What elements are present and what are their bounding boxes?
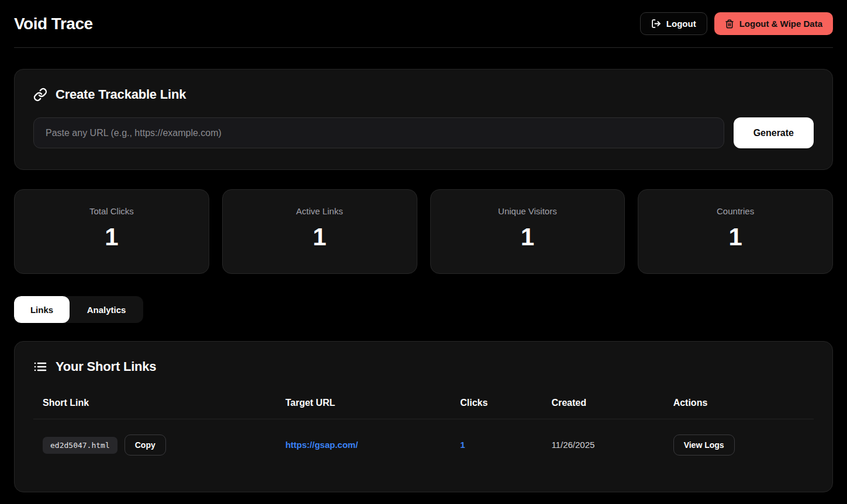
stat-card-unique-visitors: Unique Visitors 1 [430, 189, 625, 274]
table-header-row: Short Link Target URL Clicks Created Act… [33, 390, 814, 419]
app-title: Void Trace [14, 15, 93, 33]
trash-icon [725, 19, 734, 29]
stat-label: Countries [638, 206, 832, 216]
link-icon [33, 88, 47, 102]
short-links-header: Your Short Links [33, 359, 814, 374]
stat-card-total-clicks: Total Clicks 1 [14, 189, 209, 274]
stat-label: Total Clicks [15, 206, 209, 216]
create-link-form: Generate [33, 117, 814, 148]
tab-analytics[interactable]: Analytics [70, 296, 143, 323]
logout-button[interactable]: Logout [640, 12, 707, 35]
column-header-target-url: Target URL [276, 390, 451, 419]
column-header-actions: Actions [664, 390, 814, 419]
table-row: ed2d5047.html Copy https://gsap.com/ 1 1… [33, 419, 814, 471]
stat-value: 1 [223, 223, 417, 251]
short-link-code: ed2d5047.html [43, 437, 117, 454]
created-date: 11/26/2025 [551, 440, 594, 450]
stat-value: 1 [638, 223, 832, 251]
tab-links[interactable]: Links [14, 296, 70, 323]
generate-button-label: Generate [753, 128, 794, 138]
tab-bar: Links Analytics [14, 296, 143, 323]
stat-value: 1 [15, 223, 209, 251]
url-input[interactable] [33, 117, 724, 148]
app-header: Void Trace Logout Logout & Wipe Data [14, 0, 833, 48]
stat-value: 1 [431, 223, 625, 251]
create-link-header: Create Trackable Link [33, 87, 814, 102]
column-header-short-link: Short Link [33, 390, 276, 419]
header-actions: Logout Logout & Wipe Data [640, 12, 833, 35]
stat-label: Active Links [223, 206, 417, 216]
clicks-count: 1 [460, 440, 465, 450]
logout-icon [651, 19, 661, 29]
page-container: Void Trace Logout Logout & Wipe Data Cre… [0, 0, 847, 492]
create-link-title: Create Trackable Link [56, 87, 186, 102]
short-links-table: Short Link Target URL Clicks Created Act… [33, 390, 814, 471]
stat-card-countries: Countries 1 [638, 189, 833, 274]
logout-wipe-button[interactable]: Logout & Wipe Data [714, 12, 833, 35]
logout-wipe-button-label: Logout & Wipe Data [739, 19, 822, 29]
list-icon [33, 360, 47, 374]
stat-card-active-links: Active Links 1 [222, 189, 417, 274]
copy-button[interactable]: Copy [125, 435, 166, 456]
logout-button-label: Logout [666, 19, 696, 29]
generate-button[interactable]: Generate [734, 117, 814, 148]
stats-grid: Total Clicks 1 Active Links 1 Unique Vis… [14, 189, 833, 274]
column-header-clicks: Clicks [451, 390, 542, 419]
short-links-title: Your Short Links [56, 359, 156, 374]
create-link-card: Create Trackable Link Generate [14, 69, 833, 170]
short-link-cell: ed2d5047.html Copy [43, 435, 267, 456]
view-logs-button[interactable]: View Logs [673, 435, 735, 456]
short-links-card: Your Short Links Short Link Target URL C… [14, 341, 833, 492]
column-header-created: Created [542, 390, 663, 419]
stat-label: Unique Visitors [431, 206, 625, 216]
target-url-link[interactable]: https://gsap.com/ [285, 440, 358, 450]
